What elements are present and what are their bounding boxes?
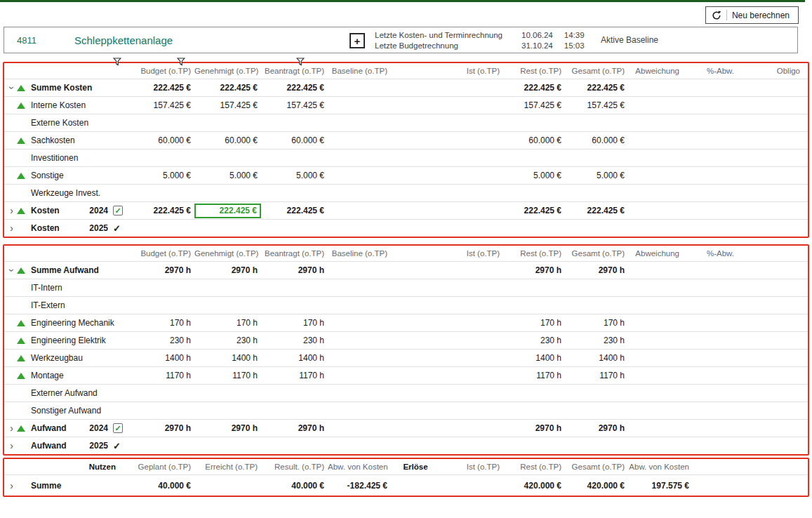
cell-genehmigt-o-tp: 230 h (194, 336, 261, 345)
green-triangle-up-icon (17, 173, 31, 179)
row-aufwand-2024[interactable]: ›Aufwand2024✓2970 h2970 h2970 h2970 h297… (4, 419, 808, 437)
row-label-cell: IT-Intern (4, 283, 133, 293)
row-summe-aufwand[interactable]: ›Summe Aufwand2970 h2970 h2970 h2970 h29… (4, 261, 808, 279)
year-label: 2024 (89, 423, 113, 433)
cell-result-o-tp: 40.000 € (261, 481, 328, 491)
column-header: Geplant (o.TP) (133, 463, 194, 471)
row-label-cell: ›Kosten2025✓ (4, 223, 133, 234)
green-triangle-up-icon (17, 138, 31, 144)
expand-chevron-icon[interactable]: › (6, 223, 17, 233)
check-slot: ✓ (113, 423, 127, 433)
costs-panel: Budget (o.TP)Genehmigt (o.TP)Beantragt (… (3, 62, 809, 238)
row-sachkosten[interactable]: Sachkosten60.000 €60.000 €60.000 €60.000… (4, 131, 808, 149)
row-label: Sachkosten (31, 135, 75, 145)
collapse-chevron-icon[interactable]: › (7, 83, 17, 93)
cell-gesamt-o-tp: 420.000 € (565, 481, 628, 491)
year-checkbox-checked[interactable]: ✓ (113, 206, 123, 215)
row-label: Kosten (31, 206, 60, 215)
row-label: Summe Kosten (31, 83, 92, 93)
cell-budget-o-tp: 170 h (133, 318, 194, 328)
cell-rest-o-tp: 60.000 € (503, 135, 565, 145)
row-sonstiger-aufwand[interactable]: Sonstiger Aufwand (4, 401, 808, 419)
expand-chevron-icon[interactable]: › (6, 206, 17, 215)
cell-gesamt-o-tp: 2970 h (565, 423, 628, 433)
table-header-row: Budget (o.TP)Genehmigt (o.TP)Beantragt (… (4, 246, 808, 261)
row-label-cell: ›Summe Aufwand (4, 265, 133, 275)
effort-panel: Budget (o.TP)Genehmigt (o.TP)Beantragt (… (3, 244, 809, 456)
row-werkzeugbau[interactable]: Werkzeugbau1400 h1400 h1400 h1400 h1400 … (4, 349, 808, 366)
funnel-icon[interactable] (113, 58, 121, 66)
funnel-icon[interactable] (177, 58, 185, 66)
row-label: Summe Aufwand (31, 265, 99, 275)
row-it-intern[interactable]: IT-Intern (4, 279, 808, 296)
cell-beantragt-o-tp: 222.425 € (261, 206, 328, 215)
cell-genehmigt-o-tp: 1400 h (194, 353, 261, 363)
checkmark-icon[interactable]: ✓ (113, 223, 121, 234)
effort-table: Budget (o.TP)Genehmigt (o.TP)Beantragt (… (4, 246, 808, 454)
project-header: 4811 Schleppkettenanlage + Letzte Kosten… (4, 27, 798, 53)
row-summe[interactable]: ›Summe40.000 €40.000 €-182.425 €420.000 … (4, 474, 808, 496)
cell-beantragt-o-tp: 2970 h (261, 265, 328, 275)
row-werkzeuge-invest[interactable]: Werkzeuge Invest. (4, 184, 808, 201)
column-header: Rest (o.TP) (503, 463, 565, 471)
column-header: Gesamt (o.TP) (565, 67, 628, 75)
row-label-cell: Sonstiger Aufwand (4, 406, 133, 416)
row-aufwand-2025[interactable]: ›Aufwand2025✓ (4, 437, 808, 454)
table-header-row: NutzenGeplant (o.TP)Erreicht (o.TP)Resul… (4, 459, 808, 474)
column-header: %-Abw. (683, 67, 738, 75)
collapse-chevron-icon[interactable]: › (7, 265, 17, 275)
column-header: Budget (o.TP) (133, 67, 194, 75)
cell-rest-o-tp: 222.425 € (503, 206, 565, 215)
column-header: Abw. von Kosten (628, 463, 693, 471)
row-label-cell: ›Aufwand2025✓ (4, 441, 133, 451)
row-label: Sonstiger Aufwand (31, 406, 101, 416)
row-externer-aufwand[interactable]: Externer Aufwand (4, 384, 808, 401)
row-engineering-mechanik[interactable]: Engineering Mechanik170 h170 h170 h170 h… (4, 314, 808, 331)
cell-gesamt-o-tp: 230 h (565, 336, 628, 345)
row-montage[interactable]: Montage1170 h1170 h1170 h1170 h1170 h (4, 366, 808, 384)
row-label-cell: Externer Aufwand (4, 388, 133, 398)
column-header: Obligo (738, 67, 804, 75)
year-label: 2025 (89, 441, 113, 451)
row-label-cell: Externe Kosten (4, 118, 133, 128)
cell-genehmigt-o-tp: 2970 h (194, 265, 261, 275)
year-label: 2025 (89, 223, 113, 233)
expand-plus-button[interactable]: + (350, 33, 365, 48)
cell-genehmigt-o-tp: 157.425 € (194, 100, 261, 110)
cell-beantragt-o-tp: 222.425 € (261, 83, 328, 93)
row-investitionen[interactable]: Investitionen (4, 149, 808, 166)
row-externe-kosten[interactable]: Externe Kosten (4, 114, 808, 131)
row-engineering-elektrik[interactable]: Engineering Elektrik230 h230 h230 h230 h… (4, 331, 808, 349)
column-header: Nutzen (4, 463, 133, 471)
column-header: Abweichung (628, 249, 683, 258)
row-label: Externer Aufwand (31, 388, 98, 398)
cell-gesamt-o-tp: 222.425 € (565, 206, 628, 215)
checkmark-icon[interactable]: ✓ (113, 441, 121, 451)
row-kosten-2025[interactable]: ›Kosten2025✓ (4, 219, 808, 237)
cell-genehmigt-o-tp: 2970 h (194, 423, 261, 433)
expand-chevron-icon[interactable]: › (6, 423, 17, 433)
column-header: Gesamt (o.TP) (565, 249, 628, 258)
funnel-icon[interactable] (296, 58, 305, 66)
recalculate-button[interactable]: Neu berechnen (705, 6, 799, 24)
row-sonstige[interactable]: Sonstige5.000 €5.000 €5.000 €5.000 €5.00… (4, 166, 808, 184)
cell-genehmigt-o-tp: 60.000 € (194, 135, 261, 145)
row-summe-kosten[interactable]: ›Summe Kosten222.425 €222.425 €222.425 €… (4, 79, 808, 96)
row-kosten-2024[interactable]: ›Kosten2024✓222.425 €222.425 €222.425 €2… (4, 201, 808, 219)
last-budget-calc-label: Letzte Budgetrechnung (375, 41, 458, 50)
cell-genehmigt-o-tp[interactable]: 222.425 € (194, 204, 261, 218)
cell-gesamt-o-tp: 1400 h (565, 353, 628, 363)
row-label-cell: Investitionen (4, 153, 133, 163)
row-label: Sonstige (31, 171, 64, 180)
last-cost-calc-time: 14:39 (564, 31, 585, 39)
cell-budget-o-tp: 2970 h (133, 265, 194, 275)
cell-beantragt-o-tp: 2970 h (261, 423, 328, 433)
expand-chevron-icon[interactable]: › (6, 441, 17, 451)
row-it-extern[interactable]: IT-Extern (4, 296, 808, 314)
expand-chevron-icon[interactable]: › (6, 481, 17, 491)
row-interne-kosten[interactable]: Interne Kosten157.425 €157.425 €157.425 … (4, 96, 808, 114)
year-checkbox-checked[interactable]: ✓ (113, 423, 123, 433)
cell-genehmigt-o-tp: 5.000 € (194, 171, 261, 180)
cell-gesamt-o-tp: 60.000 € (565, 135, 628, 145)
column-header: Ist (o.TP) (391, 67, 503, 75)
